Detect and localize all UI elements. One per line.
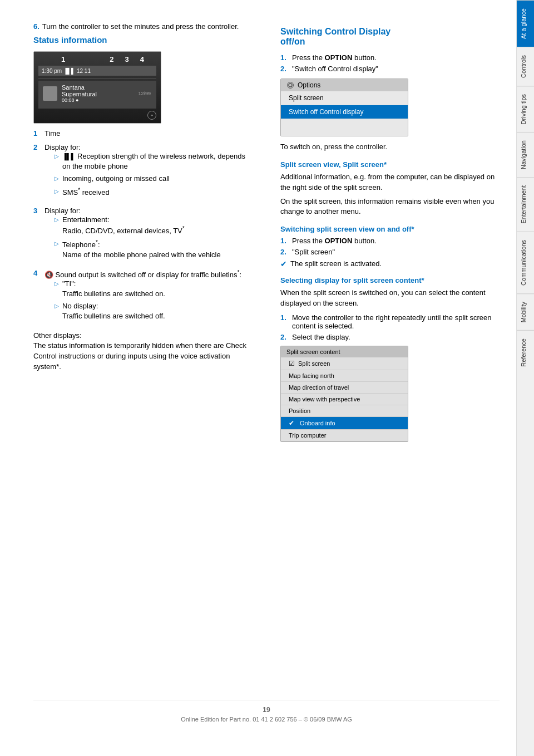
bullet-4-2-text: No display:Traffic bulletins are switche… — [62, 301, 165, 321]
status-divider — [38, 78, 156, 78]
bullet-3-2-text: Telephone*:Name of the mobile phone pair… — [62, 239, 221, 261]
split-item-3-label: Map direction of travel — [289, 384, 349, 391]
section-title-switching: Switching Control Display off/on — [280, 27, 500, 47]
item-4-bullets: ▷ "TI":Traffic bulletins are switched on… — [44, 279, 241, 322]
split-text-2: On the split screen, this information re… — [280, 197, 500, 218]
status-bar-time: 1:30 pm ▐▌▌ 12 11 — [42, 68, 91, 74]
step-right-1: 1. Press the OPTION button. — [280, 53, 500, 62]
to-switch-on-text: To switch on, press the controller. — [280, 142, 500, 153]
status-media-row1: Santana Supernatural 00:08 ● 12/99 — [43, 84, 152, 103]
tab-communications-label: Communications — [520, 240, 527, 286]
options-menu-padding — [281, 119, 408, 136]
item-3: 3 Display for: ▷ Entertainment:Radio, CD… — [33, 207, 253, 263]
item-1: 1 Time — [33, 129, 253, 138]
step-right-2-number: 2. — [280, 65, 289, 73]
split-item-5: Position — [281, 405, 408, 417]
status-media: Santana Supernatural 00:08 ● 12/99 — [38, 81, 156, 109]
bullet-2-3: ▷ SMS* received — [55, 186, 253, 198]
sidebar-tab-entertainment[interactable]: Entertainment — [517, 177, 534, 231]
item-2-number: 2 — [33, 143, 41, 201]
switching-step-2-text: "Split screen" — [292, 248, 335, 256]
main-content: 6. Turn the controller to set the minute… — [0, 0, 516, 756]
split-item-7-label: Trip computer — [289, 432, 326, 439]
status-bar: 1:30 pm ▐▌▌ 12 11 — [38, 66, 156, 76]
selecting-step-2: 2. Select the display. — [280, 333, 500, 341]
split-content-title-bar: Split screen content — [281, 346, 408, 357]
split-item-6: ✔ Onboard info — [281, 417, 408, 430]
item-3-text: Display for: — [44, 207, 81, 215]
selecting-display-title: Selecting display for split screen conte… — [280, 276, 500, 284]
status-labels-row: 1 2 3 4 — [34, 52, 161, 63]
options-title-bar: Options — [281, 79, 408, 91]
step-6-number: 6. — [33, 22, 39, 31]
switching-split-title: Switching split screen view on and off* — [280, 225, 500, 233]
sidebar-tabs: At a glance Controls Driving tips Naviga… — [516, 0, 534, 756]
item-1-text: Time — [44, 129, 60, 138]
status-media-icon — [43, 86, 57, 101]
sidebar-tab-navigation[interactable]: Navigation — [517, 132, 534, 177]
options-item-switch-off: Switch off Control display — [281, 105, 408, 119]
split-item-6-check: ✔ — [289, 419, 294, 427]
switching-step-1: 1. Press the OPTION button. — [280, 237, 500, 245]
options-item-split-screen: Split screen — [281, 91, 408, 105]
page-container: 6. Turn the controller to set the minute… — [0, 0, 534, 756]
tab-mobility-label: Mobility — [520, 302, 527, 322]
split-item-1-check: ☑ — [289, 360, 295, 367]
switching-step-1-text: Press the OPTION button. — [292, 237, 377, 245]
sidebar-tab-controls[interactable]: Controls — [517, 47, 534, 86]
item-3-number: 3 — [33, 207, 41, 263]
tab-driving-tips-label: Driving tips — [520, 94, 527, 124]
bullet-4-1-text: "TI":Traffic bulletins are switched on. — [62, 279, 165, 299]
item-1-number: 1 — [33, 129, 41, 138]
section-title-status: Status information — [33, 35, 253, 45]
item-4-text: 🔇 Sound output is switched off or displa… — [44, 271, 241, 279]
bullet-2-1-text: ▐▌▌ Reception strength of the wireless n… — [62, 151, 253, 171]
arrow-icon-4-1: ▷ — [55, 280, 60, 299]
bullet-4-1: ▷ "TI":Traffic bulletins are switched on… — [55, 279, 241, 299]
intro-step: 6. Turn the controller to set the minute… — [33, 22, 253, 31]
status-label-3: 3 — [125, 55, 129, 63]
item-3-bullets: ▷ Entertainment:Radio, CD/DVD, external … — [44, 215, 221, 260]
item-4-content: 🔇 Sound output is switched off or displa… — [44, 269, 241, 325]
split-item-4: Map view with perspective — [281, 394, 408, 405]
item-4-number: 4 — [33, 269, 41, 325]
selecting-step-1-text: Move the controller to the right repeate… — [292, 313, 500, 330]
status-media-info: Santana Supernatural 00:08 ● — [62, 84, 97, 103]
sidebar-tab-communications[interactable]: Communications — [517, 232, 534, 293]
item-3-content: Display for: ▷ Entertainment:Radio, CD/D… — [44, 207, 221, 263]
svg-point-0 — [289, 84, 292, 87]
sidebar-tab-driving-tips[interactable]: Driving tips — [517, 86, 534, 132]
item-2-text: Display for: — [44, 143, 81, 151]
tab-reference-label: Reference — [520, 338, 527, 367]
bullet-2-1: ▷ ▐▌▌ Reception strength of the wireless… — [55, 151, 253, 171]
split-screen-menu-image: Split screen content ☑ Split screen Map … — [280, 346, 408, 442]
other-displays-text: The status information is temporarily hi… — [33, 341, 246, 371]
options-menu-image: Options Split screen Switch off Control … — [280, 78, 408, 136]
split-item-4-label: Map view with perspective — [289, 396, 360, 402]
sidebar-tab-at-a-glance[interactable]: At a glance — [517, 0, 534, 47]
status-image-inner: 1 2 3 4 1:30 pm ▐▌▌ 12 11 — [34, 52, 161, 123]
checkmark-icon: ✔ — [280, 259, 287, 268]
options-item-switch-text: Switch off Control display — [289, 108, 364, 116]
switching-step-2-number: 2. — [280, 248, 289, 256]
status-button: + — [147, 111, 156, 120]
tab-controls-label: Controls — [520, 55, 527, 78]
item-2-bullets: ▷ ▐▌▌ Reception strength of the wireless… — [44, 151, 253, 198]
split-content-title-text: Split screen content — [286, 348, 340, 355]
page-footer: 19 Online Edition for Part no. 01 41 2 6… — [33, 700, 500, 723]
arrow-icon-3-2: ▷ — [55, 240, 60, 261]
selecting-step-2-number: 2. — [280, 333, 289, 341]
checkmark-note: ✔ The split screen is activated. — [280, 259, 500, 268]
bullet-3-1: ▷ Entertainment:Radio, CD/DVD, external … — [55, 215, 221, 237]
sidebar-tab-reference[interactable]: Reference — [517, 330, 534, 375]
split-screen-title: Split screen view, Split screen* — [280, 160, 500, 169]
switching-step-1-number: 1. — [280, 237, 289, 245]
step-right-1-text: Press the OPTION button. — [292, 53, 377, 62]
split-item-2: Map facing north — [281, 370, 408, 382]
split-item-7: Trip computer — [281, 430, 408, 441]
status-image: 1 2 3 4 1:30 pm ▐▌▌ 12 11 — [33, 51, 161, 124]
split-item-2-label: Map facing north — [289, 372, 334, 379]
options-item-split-text: Split screen — [289, 94, 324, 102]
split-item-1-label: Split screen — [298, 360, 330, 367]
sidebar-tab-mobility[interactable]: Mobility — [517, 293, 534, 330]
